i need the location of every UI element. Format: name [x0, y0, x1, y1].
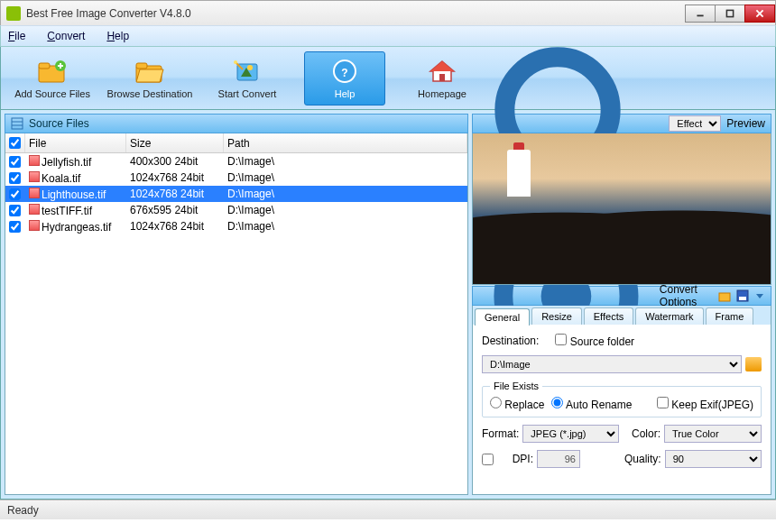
statusbar: Ready: [0, 500, 776, 519]
row-checkbox[interactable]: [9, 156, 21, 168]
close-button[interactable]: [744, 5, 775, 23]
start-convert-button[interactable]: Start Convert: [207, 52, 288, 105]
svg-rect-5: [39, 63, 50, 69]
file-icon: [29, 220, 40, 231]
quality-label: Quality:: [624, 453, 661, 465]
col-file[interactable]: File: [25, 133, 126, 152]
table-row[interactable]: Lighthouse.tif1024x768 24bitD:\Image\: [5, 186, 467, 202]
browse-destination-button[interactable]: Browse Destination: [109, 52, 190, 105]
keep-exif-checkbox[interactable]: [657, 397, 669, 408]
minimize-button[interactable]: [685, 5, 716, 23]
destination-label: Destination:: [482, 335, 539, 347]
quality-select[interactable]: 90: [665, 450, 762, 468]
svg-point-14: [247, 65, 253, 70]
file-exists-legend: File Exists: [490, 381, 542, 391]
tab-resize[interactable]: Resize: [531, 307, 582, 325]
tab-watermark[interactable]: Watermark: [635, 307, 703, 325]
toolbar-label: Add Source Files: [14, 88, 90, 99]
tab-general[interactable]: General: [475, 308, 530, 326]
help-icon: ?: [328, 58, 361, 85]
color-label: Color:: [624, 427, 661, 440]
source-folder-label: Source folder: [570, 335, 634, 348]
table-row[interactable]: Koala.tif1024x768 24bitD:\Image\: [5, 170, 467, 186]
svg-rect-22: [12, 118, 23, 129]
preview-image: [472, 133, 771, 285]
table-row[interactable]: Hydrangeas.tif1024x768 24bitD:\Image\: [5, 218, 467, 234]
file-icon: [29, 188, 40, 198]
window-title: Best Free Image Converter V4.8.0: [26, 7, 686, 20]
dpi-input[interactable]: [537, 450, 580, 468]
options-body: Destination: Source folder D:\Image File…: [472, 325, 771, 495]
col-path[interactable]: Path: [224, 133, 467, 152]
table-row[interactable]: testTIFF.tif676x595 24bitD:\Image\: [5, 202, 467, 218]
tab-effects[interactable]: Effects: [584, 307, 633, 325]
select-all-checkbox[interactable]: [9, 137, 21, 149]
preview-label: Preview: [726, 117, 765, 130]
svg-marker-11: [136, 69, 163, 82]
convert-icon: [231, 58, 263, 85]
row-checkbox[interactable]: [9, 172, 21, 184]
tab-frame[interactable]: Frame: [706, 307, 754, 325]
file-icon: [29, 204, 40, 215]
options-tabs: General Resize Effects Watermark Frame: [472, 306, 771, 325]
svg-text:?: ?: [341, 67, 347, 79]
list-icon: [11, 117, 23, 130]
menu-convert[interactable]: Convert: [43, 28, 88, 44]
format-label: Format:: [482, 427, 519, 440]
save-settings-icon[interactable]: [736, 289, 749, 303]
effect-select[interactable]: Effect: [669, 115, 721, 132]
svg-marker-20: [430, 61, 454, 71]
toolbar-label: Help: [335, 88, 356, 99]
preview-header: Effect Preview: [472, 114, 771, 133]
dpi-checkbox[interactable]: [482, 454, 494, 465]
keep-exif-label: Keep Exif(JPEG): [671, 399, 753, 411]
auto-rename-radio[interactable]: [551, 397, 563, 408]
homepage-button[interactable]: Homepage: [402, 52, 483, 105]
col-size[interactable]: Size: [126, 133, 224, 152]
panel-title: Convert Options: [660, 283, 707, 308]
app-icon: [6, 6, 21, 21]
svg-marker-32: [756, 294, 763, 298]
destination-path-select[interactable]: D:\Image: [482, 355, 742, 373]
panel-title: Source Files: [29, 117, 89, 130]
help-button[interactable]: ? Help: [304, 51, 385, 105]
source-folder-checkbox[interactable]: [555, 334, 567, 345]
svg-rect-10: [136, 63, 147, 69]
folder-plus-icon: [36, 58, 69, 85]
file-exists-group: File Exists Replace Auto Rename Keep Exi…: [482, 381, 762, 417]
file-icon: [29, 171, 40, 182]
menu-help[interactable]: Help: [103, 28, 133, 44]
row-checkbox[interactable]: [9, 188, 21, 200]
convert-options-header: Convert Options: [472, 286, 771, 306]
row-checkbox[interactable]: [9, 205, 21, 216]
toolbar-label: Start Convert: [218, 88, 277, 99]
add-source-files-button[interactable]: Add Source Files: [12, 52, 93, 105]
folder-open-icon: [134, 58, 166, 85]
toolbar-label: Homepage: [418, 88, 467, 99]
svg-rect-21: [439, 74, 445, 81]
auto-rename-label: Auto Rename: [566, 399, 632, 411]
file-icon: [29, 155, 40, 166]
table-row[interactable]: Jellyfish.tif400x300 24bitD:\Image\: [5, 153, 467, 170]
file-grid: File Size Path Jellyfish.tif400x300 24bi…: [5, 133, 468, 495]
expand-icon[interactable]: [754, 289, 765, 303]
open-settings-icon[interactable]: [718, 289, 731, 303]
svg-point-16: [234, 60, 237, 64]
maximize-button[interactable]: [715, 5, 745, 23]
replace-label: Replace: [504, 399, 544, 411]
home-icon: [426, 58, 458, 85]
svg-rect-31: [739, 297, 746, 300]
color-select[interactable]: True Color: [664, 425, 762, 443]
browse-folder-icon[interactable]: [745, 357, 762, 371]
svg-rect-1: [726, 10, 733, 16]
menu-file[interactable]: File: [5, 28, 29, 44]
replace-radio[interactable]: [490, 397, 502, 408]
titlebar: Best Free Image Converter V4.8.0: [0, 0, 776, 25]
row-checkbox[interactable]: [9, 221, 21, 233]
dpi-label: DPI:: [497, 453, 533, 465]
status-text: Ready: [7, 504, 39, 517]
format-select[interactable]: JPEG (*.jpg): [522, 425, 619, 443]
svg-rect-29: [719, 293, 730, 301]
column-headers: File Size Path: [5, 133, 467, 153]
source-files-header: Source Files: [5, 114, 468, 133]
